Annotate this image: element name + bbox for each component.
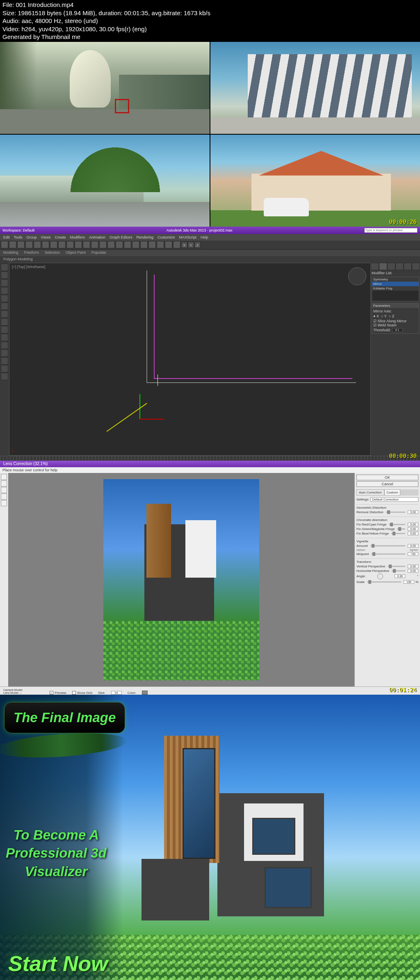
- ribbon-selection[interactable]: Selection: [45, 250, 60, 255]
- axis-x[interactable]: X: [181, 242, 187, 248]
- tool-render-icon[interactable]: [165, 241, 172, 248]
- tool-redo-icon[interactable]: [9, 241, 16, 248]
- tool-schematic-icon[interactable]: [148, 241, 156, 248]
- lt-icon[interactable]: [1, 349, 8, 357]
- cancel-button[interactable]: Cancel: [356, 481, 418, 487]
- viewport-label[interactable]: [+] [Top] [Wireframe]: [12, 265, 45, 269]
- tool-material-icon[interactable]: [157, 241, 164, 248]
- weld-checkbox[interactable]: ☑ Weld Seam: [373, 323, 418, 327]
- menu-grapheditors[interactable]: Graph Editors: [110, 235, 132, 239]
- tool-refcoord-icon[interactable]: [91, 241, 98, 248]
- menu-rendering[interactable]: Rendering: [137, 235, 154, 239]
- menu-edit[interactable]: Edit: [3, 235, 10, 239]
- slice-checkbox[interactable]: ☑ Slice Along Mirror: [373, 319, 418, 323]
- display-tab-icon[interactable]: [404, 263, 412, 270]
- scale-slider[interactable]: [367, 581, 401, 583]
- fix-gm-slider[interactable]: [397, 528, 405, 530]
- lt-icon[interactable]: [1, 342, 8, 349]
- tool-move-icon[interactable]: [66, 241, 74, 248]
- modifier-list-label[interactable]: Modifier List: [372, 271, 392, 275]
- tool-select-icon[interactable]: [34, 241, 41, 248]
- vpersp-slider[interactable]: [388, 566, 405, 567]
- lt-icon[interactable]: [1, 326, 8, 333]
- fix-by-slider[interactable]: [391, 533, 405, 534]
- tool-align-icon[interactable]: [124, 241, 131, 248]
- gridsize-value[interactable]: 64: [111, 691, 122, 695]
- showgrid-checkbox[interactable]: Show Grid: [72, 691, 92, 695]
- stack-mirror[interactable]: Mirror: [372, 282, 419, 286]
- fix-by-value[interactable]: 0.00: [408, 532, 418, 535]
- help-search[interactable]: [364, 228, 418, 233]
- tool-undo-icon[interactable]: [1, 241, 8, 248]
- ribbon-polymodeling[interactable]: Polygon Modeling: [3, 257, 33, 262]
- hpersp-slider[interactable]: [392, 570, 405, 571]
- lt-icon[interactable]: [1, 357, 8, 365]
- stack-editpoly[interactable]: Editable Poly: [372, 286, 419, 291]
- tool-window-icon[interactable]: [58, 241, 66, 248]
- lt-icon[interactable]: [1, 310, 8, 318]
- vpersp-value[interactable]: 0.00: [408, 565, 418, 568]
- tool-layers-icon[interactable]: [132, 241, 139, 248]
- midpoint-slider[interactable]: [371, 553, 405, 555]
- hand-tool-icon[interactable]: [1, 493, 7, 500]
- threshold-value[interactable]: 0.1: [392, 328, 403, 332]
- axis-z[interactable]: Z: [194, 242, 201, 248]
- midpoint-value[interactable]: +50: [408, 552, 418, 556]
- fix-rc-value[interactable]: 0.00: [408, 523, 418, 526]
- utilities-tab-icon[interactable]: [412, 263, 420, 270]
- menu-tools[interactable]: Tools: [14, 235, 23, 239]
- move-grid-tool-icon[interactable]: [1, 487, 7, 493]
- params-header[interactable]: Parameters: [372, 303, 419, 308]
- axis-y[interactable]: Y: [188, 242, 194, 248]
- remove-dist-slider[interactable]: [386, 512, 405, 513]
- remove-dist-value[interactable]: 0.00: [408, 510, 418, 514]
- axis-y-radio[interactable]: ○ Y: [381, 314, 387, 318]
- lt-icon[interactable]: [1, 271, 8, 279]
- stack-symmetry[interactable]: Symmetry: [372, 277, 419, 282]
- menu-create[interactable]: Create: [55, 235, 66, 239]
- tab-custom[interactable]: Custom: [384, 489, 401, 496]
- tool-link-icon[interactable]: [17, 241, 25, 248]
- ribbon-modeling[interactable]: Modeling: [3, 250, 18, 255]
- menu-help[interactable]: Help: [201, 235, 208, 239]
- hpersp-value[interactable]: 0.00: [408, 569, 418, 573]
- workspace-label[interactable]: Workspace: Default: [2, 228, 34, 232]
- amount-value[interactable]: 0.00: [408, 544, 418, 548]
- tool-mirror-icon[interactable]: [116, 241, 123, 248]
- ribbon-populate[interactable]: Populate: [91, 250, 106, 255]
- viewcube-icon[interactable]: [348, 267, 366, 285]
- tool-snap-icon[interactable]: [99, 241, 107, 248]
- lt-icon[interactable]: [1, 373, 8, 380]
- lt-icon[interactable]: [1, 318, 8, 326]
- ribbon-objectpaint[interactable]: Object Paint: [66, 250, 86, 255]
- lt-icon[interactable]: [1, 264, 8, 271]
- hierarchy-tab-icon[interactable]: [387, 263, 395, 270]
- lt-icon[interactable]: [1, 287, 8, 294]
- axis-z-radio[interactable]: ○ Z: [389, 314, 394, 318]
- distort-tool-icon[interactable]: [1, 474, 7, 480]
- lt-icon[interactable]: [1, 303, 8, 310]
- menu-customize[interactable]: Customize: [158, 235, 175, 239]
- lens-canvas[interactable]: [8, 473, 354, 686]
- settings-dropdown[interactable]: Default Correction: [370, 497, 418, 502]
- lt-icon[interactable]: [1, 295, 8, 302]
- axis-x-radio[interactable]: ● X: [373, 314, 379, 318]
- menu-maxscript[interactable]: MAXScript: [179, 235, 197, 239]
- fix-gm-value[interactable]: 0.00: [408, 527, 418, 531]
- modifier-stack[interactable]: Symmetry Mirror Editable Poly: [372, 277, 419, 301]
- create-tab-icon[interactable]: [371, 263, 379, 270]
- angle-dial[interactable]: [377, 574, 383, 579]
- preview-checkbox[interactable]: ✓Preview: [50, 691, 66, 695]
- menu-group[interactable]: Group: [27, 235, 37, 239]
- lt-icon[interactable]: [1, 365, 8, 372]
- menu-animation[interactable]: Animation: [89, 235, 105, 239]
- straighten-tool-icon[interactable]: [1, 480, 7, 487]
- tool-rotate-icon[interactable]: [75, 241, 82, 248]
- angle-value[interactable]: 0.00: [395, 574, 405, 578]
- motion-tab-icon[interactable]: [395, 263, 404, 270]
- modify-tab-icon[interactable]: [379, 263, 387, 270]
- lt-icon[interactable]: [1, 334, 8, 341]
- ok-button[interactable]: OK: [356, 475, 418, 480]
- transform-gizmo[interactable]: [139, 419, 141, 420]
- tool-scale-icon[interactable]: [83, 241, 90, 248]
